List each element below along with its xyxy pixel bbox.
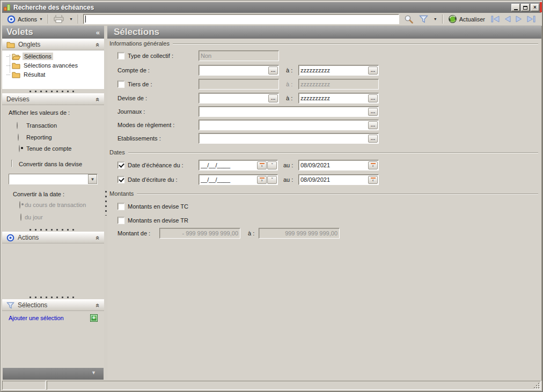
- resize-grip[interactable]: [533, 382, 540, 389]
- devise-combobox[interactable]: ▼: [9, 174, 98, 184]
- collapse-section-icon[interactable]: «: [94, 97, 102, 101]
- collapse-section-icon[interactable]: «: [94, 303, 102, 307]
- add-selection-button[interactable]: +: [90, 314, 98, 322]
- convertir-devise-checkbox[interactable]: [11, 160, 12, 167]
- chevron-down-icon: ˇ: [272, 178, 273, 181]
- devise-from-field[interactable]: …: [199, 93, 279, 103]
- montants-tc-checkbox[interactable]: [118, 203, 124, 210]
- type-collectif-checkbox[interactable]: [118, 53, 124, 60]
- selections-section-header[interactable]: Sélections «: [2, 299, 104, 311]
- date-echeance-from-input[interactable]: [200, 161, 256, 169]
- devise-from-input[interactable]: [200, 94, 268, 102]
- montants-tr-label[interactable]: Montants en devise TR: [128, 217, 188, 224]
- radio-tenue-label[interactable]: Tenue de compte: [26, 145, 71, 152]
- actions-menu-label: Actions: [18, 16, 37, 23]
- actions-section-header[interactable]: Actions «: [2, 232, 104, 243]
- date-ecriture-to-field[interactable]: ‹: [298, 174, 379, 185]
- quick-search-field[interactable]: [86, 16, 399, 23]
- date-echeance-label[interactable]: Date d'échéance du :: [128, 162, 184, 168]
- next-record-icon[interactable]: [515, 16, 523, 23]
- radio-reporting[interactable]: [18, 134, 19, 141]
- add-selection-link[interactable]: Ajouter une sélection: [9, 315, 64, 321]
- date-ecriture-checkbox[interactable]: [118, 176, 124, 183]
- compte-from-lookup-button[interactable]: …: [268, 66, 278, 75]
- tree-item-selections-avancees[interactable]: Sélections avancées: [6, 61, 79, 70]
- date-picker-button[interactable]: ‹: [368, 161, 378, 169]
- title-bar[interactable]: Recherche des échéances ×: [2, 2, 541, 13]
- tree-item-selections[interactable]: Sélections: [6, 52, 53, 61]
- etablissements-lookup-button[interactable]: …: [368, 135, 378, 143]
- radio-reporting-label[interactable]: Reporting: [26, 134, 52, 140]
- print-options-button[interactable]: ▼: [67, 16, 76, 22]
- volets-header[interactable]: Volets «: [2, 26, 104, 39]
- journaux-lookup-button[interactable]: …: [368, 108, 378, 116]
- date-ecriture-label[interactable]: Date d'écriture du :: [128, 176, 178, 183]
- date-ecriture-from-field[interactable]: › ˇ: [199, 174, 278, 185]
- radio-tenue-de-compte[interactable]: [19, 145, 20, 152]
- print-button[interactable]: [51, 14, 67, 24]
- search-button[interactable]: [401, 13, 416, 25]
- journaux-field[interactable]: …: [199, 106, 379, 117]
- collapse-panel-icon[interactable]: «: [96, 28, 100, 36]
- date-picker-button[interactable]: ›: [257, 161, 267, 169]
- compte-from-input[interactable]: [200, 66, 268, 74]
- window-title: Recherche des échéances: [13, 4, 510, 11]
- close-button[interactable]: ×: [531, 4, 539, 11]
- devise-to-lookup-button[interactable]: …: [368, 94, 378, 102]
- panel-splitter[interactable]: [2, 227, 104, 232]
- quick-search-input[interactable]: [83, 14, 399, 24]
- radio-transaction[interactable]: [17, 122, 18, 129]
- modes-reglement-field[interactable]: …: [199, 120, 379, 130]
- tree-item-resultat[interactable]: Résultat: [6, 70, 47, 79]
- devise-to-field[interactable]: …: [298, 93, 379, 103]
- radio-transaction-label[interactable]: Transaction: [26, 122, 57, 129]
- date-echeance-from-field[interactable]: › ˇ: [199, 160, 278, 171]
- filter-options-button[interactable]: ▼: [431, 16, 440, 22]
- refresh-button[interactable]: Actualiser: [445, 13, 488, 25]
- calendar-dropdown-button[interactable]: ˇ: [267, 176, 277, 184]
- date-ecriture-from-input[interactable]: [200, 176, 256, 183]
- calendar-dropdown-button[interactable]: ˇ: [267, 161, 277, 169]
- devise-to-input[interactable]: [299, 94, 368, 102]
- compte-to-input[interactable]: [299, 66, 368, 74]
- panel-overflow-bar[interactable]: ▼: [3, 368, 104, 380]
- date-echeance-to-field[interactable]: ‹: [298, 160, 379, 171]
- combo-dropdown-button[interactable]: ▼: [88, 174, 97, 184]
- compte-from-field[interactable]: …: [199, 65, 279, 76]
- panel-splitter[interactable]: [2, 89, 104, 93]
- compte-to-lookup-button[interactable]: …: [368, 66, 378, 75]
- date-ecriture-to-input[interactable]: [299, 176, 368, 183]
- etablissements-field[interactable]: …: [199, 133, 379, 144]
- onglets-section-header[interactable]: Onglets «: [2, 39, 104, 50]
- first-record-icon[interactable]: [491, 16, 500, 23]
- type-collectif-label[interactable]: Type de collectif :: [128, 53, 173, 59]
- minimize-button[interactable]: [511, 4, 520, 11]
- collapse-section-icon[interactable]: «: [94, 235, 102, 239]
- date-echeance-checkbox[interactable]: [118, 162, 124, 169]
- maximize-icon: [523, 6, 527, 10]
- filter-button[interactable]: [416, 14, 431, 24]
- type-collectif-row: Type de collectif :: [107, 50, 541, 61]
- collapse-section-icon[interactable]: «: [94, 42, 102, 46]
- panel-splitter[interactable]: [2, 295, 104, 299]
- compte-to-field[interactable]: …: [298, 65, 379, 76]
- tiers-checkbox[interactable]: [118, 81, 124, 88]
- maximize-button[interactable]: [521, 4, 530, 11]
- date-picker-button[interactable]: ›: [257, 176, 267, 184]
- journaux-input[interactable]: [200, 108, 368, 115]
- devises-section-header[interactable]: Devises «: [2, 93, 104, 105]
- filter-dropdown-icon: ▼: [434, 17, 437, 21]
- montants-tc-label[interactable]: Montants en devise TC: [128, 203, 188, 210]
- actions-menu-button[interactable]: Actions ▼: [4, 14, 46, 25]
- devise-from-lookup-button[interactable]: …: [268, 94, 278, 102]
- modes-lookup-button[interactable]: …: [368, 121, 378, 129]
- modes-reglement-input[interactable]: [200, 121, 368, 129]
- etablissements-input[interactable]: [200, 135, 368, 142]
- date-echeance-to-input[interactable]: [299, 161, 368, 169]
- montants-tr-checkbox[interactable]: [118, 217, 124, 224]
- tiers-label[interactable]: Tiers de :: [128, 81, 152, 87]
- date-picker-button[interactable]: ‹: [368, 176, 378, 184]
- previous-record-icon[interactable]: [504, 16, 511, 23]
- convertir-devise-label[interactable]: Convertir dans la devise: [19, 161, 82, 167]
- last-record-icon[interactable]: [526, 16, 535, 23]
